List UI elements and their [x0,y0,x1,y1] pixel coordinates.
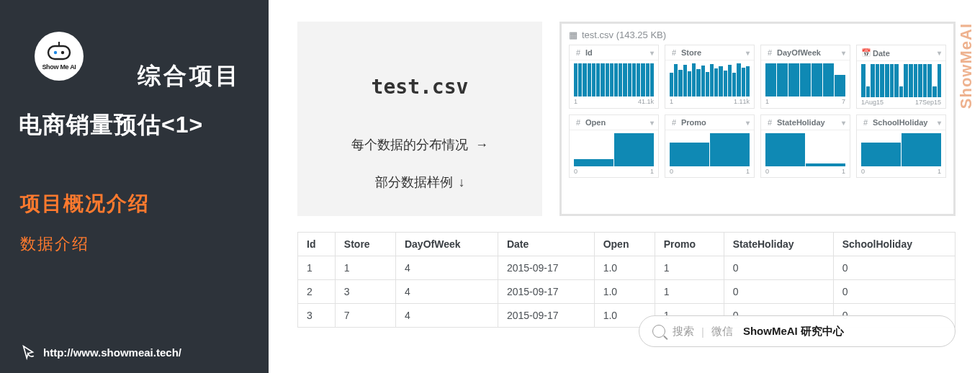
type-icon: # [670,48,678,57]
col-header-store[interactable]: Store [335,233,395,256]
table-cell: 1 [335,256,395,280]
svg-point-2 [61,51,64,54]
column-name: Date [873,49,938,58]
histogram-bar [765,133,805,166]
subsection-heading: 数据介绍 [20,233,248,255]
col-header-dayofweek[interactable]: DayOfWeek [395,233,498,256]
col-header-schoolholiday[interactable]: SchoolHoliday [833,233,955,256]
filter-icon[interactable]: ▾ [746,119,750,127]
table-icon: ▦ [569,30,577,40]
histogram-bar [746,66,750,96]
type-icon: # [765,118,774,127]
table-cell: 2015-09-17 [498,304,594,328]
search-prompt: 搜索 | 微信 ShowMeAI 研究中心 [639,315,956,347]
table-cell: 1 [298,256,336,280]
histogram-bar [688,71,691,96]
histogram-bar [628,63,631,96]
histogram-bar [800,63,811,96]
table-cell: 4 [395,256,498,280]
table-cell: 0 [833,280,955,304]
section-heading: 项目概况介绍 [20,190,248,217]
histogram-bar [650,63,654,96]
cursor-icon [20,344,36,360]
histogram-bar [806,163,845,166]
arrow-down-icon: ↓ [459,175,465,190]
histogram-bar [899,86,904,97]
preview-header: ▦ test.csv (143.25 KB) [569,30,946,40]
histogram-bar [578,63,582,96]
histogram-bar [614,63,618,96]
column-name: StateHoliday [777,118,842,127]
type-icon: # [861,118,870,127]
sidebar: Show Me AI 综合项目 电商销量预估<1> 项目概况介绍 数据介绍 ht… [0,0,269,373]
column-chart-id[interactable]: #Id▾141.1k [569,45,659,109]
filter-icon[interactable]: ▾ [938,119,941,127]
column-chart-open[interactable]: #Open▾01 [569,114,659,178]
histogram-bar [678,70,682,96]
col-header-date[interactable]: Date [498,233,594,256]
histogram-bar [719,66,722,96]
col-header-id[interactable]: Id [298,233,336,256]
filter-icon[interactable]: ▾ [650,49,654,57]
histogram-bar [876,64,880,97]
histogram-bar [871,64,875,97]
histogram-bar [619,63,622,96]
histogram-bar [923,64,927,97]
chart-grid: #Id▾141.1k#Store▾11.11k#DayOfWeek▾17📅Dat… [569,45,946,178]
histogram-bar [724,71,727,96]
histogram-bar [880,64,884,97]
histogram-bar [574,63,577,96]
type-icon: # [765,48,774,57]
col-header-open[interactable]: Open [594,233,655,256]
col-header-stateholiday[interactable]: StateHoliday [724,233,833,256]
histogram-bar [866,86,871,97]
filter-icon[interactable]: ▾ [842,119,845,127]
filter-icon[interactable]: ▾ [938,49,941,57]
histogram-bar [632,63,636,96]
svg-point-1 [54,51,57,54]
column-chart-schoolholiday[interactable]: #SchoolHoliday▾01 [856,114,946,178]
table-cell: 4 [395,280,498,304]
column-chart-stateholiday[interactable]: #StateHoliday▾01 [760,114,850,178]
svg-rect-0 [48,46,70,59]
table-cell: 2015-09-17 [498,280,594,304]
col-header-promo[interactable]: Promo [655,233,724,256]
robot-icon [45,42,73,62]
histogram-bar [890,64,894,97]
histogram-bar [692,63,696,96]
table-cell: 4 [395,304,498,328]
sample-label: 部分数据样例 ↓ [375,174,465,191]
column-name: Store [681,48,746,57]
histogram-bar [904,64,908,97]
column-name: DayOfWeek [777,48,842,57]
histogram-bar [674,64,678,96]
column-chart-date[interactable]: 📅Date▾1Aug1517Sep15 [856,45,946,109]
histogram-bar [812,63,822,96]
histogram-bar [710,133,750,166]
column-chart-promo[interactable]: #Promo▾01 [665,114,755,178]
histogram-bar [610,63,613,96]
column-chart-store[interactable]: #Store▾11.11k [665,45,755,109]
histogram-bar [765,63,776,96]
histogram-bar [732,73,736,96]
histogram-bar [574,159,613,166]
histogram-bar [710,64,714,96]
type-icon: # [574,48,583,57]
logo: Show Me AI [35,32,84,81]
histogram-bar [861,143,901,166]
column-chart-dayofweek[interactable]: #DayOfWeek▾17 [760,45,850,109]
preview-file-label: test.csv (143.25 KB) [582,30,666,40]
histogram-bar [701,66,705,96]
filter-icon[interactable]: ▾ [746,49,750,57]
table-cell: 1 [655,280,724,304]
filter-icon[interactable]: ▾ [650,119,654,127]
search-icon [652,325,665,338]
search-hint-1: 搜索 [673,325,694,338]
table-cell: 7 [335,304,395,328]
search-hint-2: 微信 [711,325,733,338]
histogram-bar [823,63,834,96]
search-brand: ShowMeAI 研究中心 [743,325,844,338]
histogram-bar [918,64,922,97]
histogram-bar [885,64,889,97]
filter-icon[interactable]: ▾ [842,49,845,57]
